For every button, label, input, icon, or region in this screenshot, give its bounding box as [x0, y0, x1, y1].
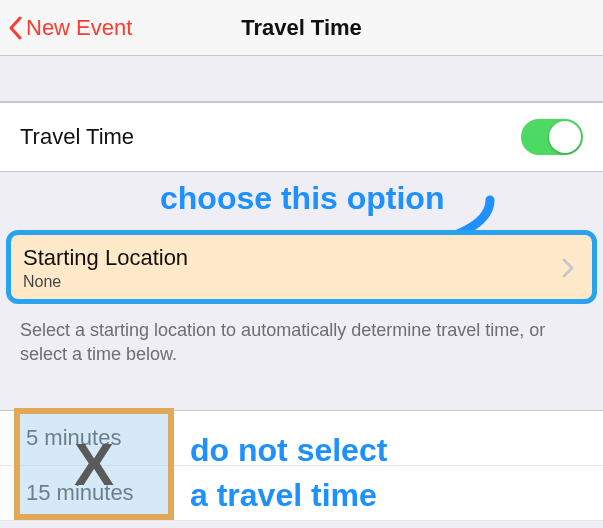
- chevron-right-icon: [562, 258, 574, 278]
- travel-time-label: Travel Time: [20, 124, 134, 150]
- travel-time-switch[interactable]: [521, 119, 583, 155]
- starting-location-title: Starting Location: [23, 245, 188, 271]
- travel-time-toggle-row[interactable]: Travel Time: [0, 102, 603, 172]
- nav-bar: New Event Travel Time: [0, 0, 603, 56]
- back-button[interactable]: New Event: [0, 15, 132, 41]
- chevron-left-icon: [8, 16, 22, 40]
- donot-line2: a travel time: [190, 473, 387, 518]
- help-text: Select a starting location to automatica…: [20, 318, 583, 367]
- section-spacer: [0, 56, 603, 102]
- starting-location-row[interactable]: Starting Location None: [6, 230, 597, 304]
- annotation-choose-option: choose this option: [160, 180, 444, 217]
- starting-location-value: None: [23, 273, 188, 291]
- donot-line1: do not select: [190, 428, 387, 473]
- back-label: New Event: [26, 15, 132, 41]
- annotation-do-not-select: do not select a travel time: [190, 428, 387, 518]
